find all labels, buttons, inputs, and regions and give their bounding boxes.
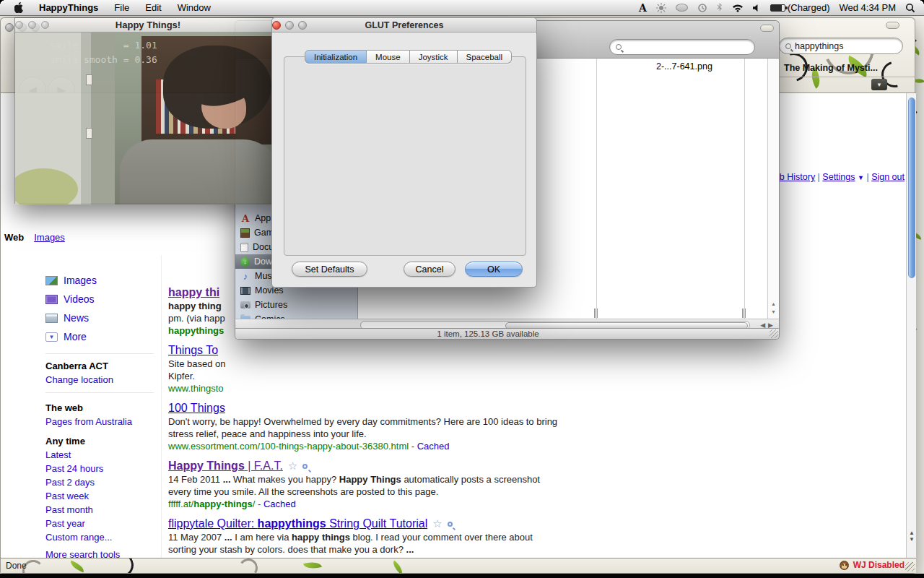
column-resize-handle[interactable] <box>593 309 598 318</box>
greasemonkey-icon[interactable] <box>840 561 849 570</box>
result-snippet: stress relief, peace and happiness into … <box>168 428 572 440</box>
menu-clock[interactable]: Wed 4:34 PM <box>839 2 896 13</box>
file-item[interactable]: 2-...7-641.png <box>656 61 712 72</box>
settings-caret-icon[interactable]: ▼ <box>858 174 864 181</box>
menu-happythings[interactable]: HappyThings <box>31 2 106 13</box>
cached-link[interactable]: Cached <box>417 441 450 452</box>
applications-icon: A <box>240 213 250 223</box>
sidebar-item-pictures[interactable]: Pictures <box>235 298 358 312</box>
time-machine-icon[interactable] <box>697 3 707 13</box>
toolbar-toggle-lozenge[interactable] <box>760 25 774 32</box>
result-url: www.thingsto <box>168 382 572 394</box>
pages-from-australia-link[interactable]: Pages from Australia <box>45 416 132 427</box>
finder-search-field[interactable] <box>609 39 755 55</box>
result-snippet: sorting your stash by colors. does that … <box>168 543 572 556</box>
result-snippet: every time you smile. All the screenshot… <box>168 486 572 498</box>
toolbar-toggle-lozenge[interactable] <box>886 22 899 29</box>
menu-file[interactable]: File <box>106 2 137 13</box>
volume-icon[interactable] <box>753 4 761 12</box>
result-title-link[interactable]: Happy Things | F.A.T. <box>168 460 283 473</box>
preferences-tabs: InitializationMouseJoystickSpaceball <box>305 50 512 64</box>
scroll-arrows[interactable]: ▲▼ <box>768 300 779 316</box>
time-filter-past-month[interactable]: Past month <box>45 504 93 515</box>
result-snippet: 11 May 2007 ... I am here via happy thin… <box>168 531 572 543</box>
time-filter-past-24-hours[interactable]: Past 24 hours <box>45 463 103 474</box>
tab-spaceball[interactable]: Spaceball <box>458 50 513 64</box>
result-url: www.essortment.com/100-things-happy-abou… <box>168 440 572 452</box>
wj-disabled-status[interactable]: WJ Disabled <box>853 560 905 570</box>
battery-status[interactable]: (Charged) <box>770 2 830 13</box>
column-resize-handle[interactable] <box>741 309 746 318</box>
resize-grip[interactable] <box>770 329 778 338</box>
finder-vertical-scrollbar[interactable]: ▲▼ <box>767 59 779 319</box>
star-icon[interactable]: ☆ <box>432 517 442 530</box>
search-result: Things To ☆ Site based on Kipfer. www.th… <box>168 342 572 400</box>
dialog-title-bar[interactable]: GLUT Preferences <box>272 18 536 33</box>
tab-joystick[interactable]: Joystick <box>410 50 458 64</box>
divider <box>45 353 154 354</box>
column-divider[interactable] <box>596 59 597 319</box>
nav-images-link[interactable]: Images <box>34 232 65 243</box>
minimize-button[interactable] <box>28 21 36 29</box>
result-snippet: Site based on <box>168 358 572 370</box>
result-title-link[interactable]: happy thi <box>168 286 219 299</box>
result-title-link[interactable]: flippytale Quilter: happythings String Q… <box>168 517 427 530</box>
browser-status-bar: Done WJ Disabled <box>1 558 916 573</box>
brightness-icon[interactable] <box>656 3 666 13</box>
ok-button[interactable]: OK <box>465 262 523 277</box>
search-result: 100 Things ☆ Don't worry, be happy! Over… <box>168 400 572 457</box>
images-icon <box>45 276 58 285</box>
cached-link[interactable]: Cached <box>263 499 296 509</box>
games-icon <box>240 228 250 238</box>
close-button[interactable] <box>15 21 23 29</box>
result-title-link[interactable]: Things To <box>168 344 218 357</box>
preview-magnifier-icon[interactable] <box>302 464 308 469</box>
webcam-video: smile = 1.01 smile smooth = 0.36 <box>15 33 282 204</box>
webcam-title-bar[interactable]: Happy Things! <box>15 18 281 33</box>
close-button[interactable] <box>5 23 14 32</box>
result-url: fffff.at/happy-things/ - Cached <box>168 498 572 510</box>
smile-metrics-overlay: smile = 1.01 smile smooth = 0.36 <box>50 38 157 67</box>
cancel-button[interactable]: Cancel <box>404 262 456 277</box>
battery-icon <box>770 4 785 12</box>
change-location-link[interactable]: Change location <box>45 374 113 385</box>
preview-magnifier-icon[interactable] <box>448 522 453 527</box>
settings-link[interactable]: Settings <box>822 172 855 182</box>
zoom-button[interactable] <box>41 21 49 29</box>
wifi-icon[interactable] <box>732 4 744 12</box>
result-title-link[interactable]: 100 Things <box>168 402 225 415</box>
page-scrollbar[interactable]: ▲▼ <box>906 93 916 559</box>
time-filter-latest[interactable]: Latest <box>45 449 71 460</box>
sidebar-item-videos[interactable]: Videos <box>45 291 95 307</box>
tab-initialization[interactable]: Initialization <box>305 50 367 64</box>
google-account-links: Web History | Settings ▼ | Sign out <box>766 172 905 182</box>
sidebar-item-images[interactable]: Images <box>45 272 97 288</box>
menu-window[interactable]: Window <box>170 2 219 13</box>
sidebar-item-more[interactable]: ▼ More <box>45 329 87 345</box>
search-result: Happy Things | F.A.T. ☆ 14 Feb 2011 ... … <box>168 457 572 515</box>
growl-icon[interactable] <box>676 4 688 12</box>
column-divider[interactable] <box>744 59 745 319</box>
set-defaults-button[interactable]: Set Defaults <box>292 262 367 277</box>
apple-menu-icon[interactable] <box>7 2 31 13</box>
sidebar-item-news[interactable]: News <box>45 310 89 326</box>
menu-edit[interactable]: Edit <box>137 2 169 13</box>
scrollbar-thumb[interactable] <box>908 98 915 278</box>
bookmark-dropdown-icon[interactable]: ▼ <box>871 79 887 90</box>
star-icon[interactable]: ☆ <box>288 460 297 473</box>
sign-out-link[interactable]: Sign out <box>871 172 905 182</box>
page-title: The Making of Mysti... <box>784 63 878 73</box>
browser-search-field[interactable]: happythings <box>779 38 903 54</box>
status-text: Done <box>6 561 27 571</box>
time-filter-custom-range-[interactable]: Custom range... <box>45 532 113 543</box>
bluetooth-icon[interactable] <box>717 3 723 12</box>
time-filter-past-year[interactable]: Past year <box>45 518 85 529</box>
app-status-icon[interactable]: A <box>639 2 647 14</box>
battery-label: (Charged) <box>788 2 830 13</box>
time-filter-past-week[interactable]: Past week <box>45 491 89 501</box>
scrollbar-arrows[interactable]: ▲▼ <box>907 530 916 543</box>
tab-mouse[interactable]: Mouse <box>367 50 410 64</box>
time-filter-past-2-days[interactable]: Past 2 days <box>45 477 95 488</box>
spotlight-icon[interactable] <box>905 3 915 13</box>
resize-grip[interactable] <box>905 562 915 571</box>
